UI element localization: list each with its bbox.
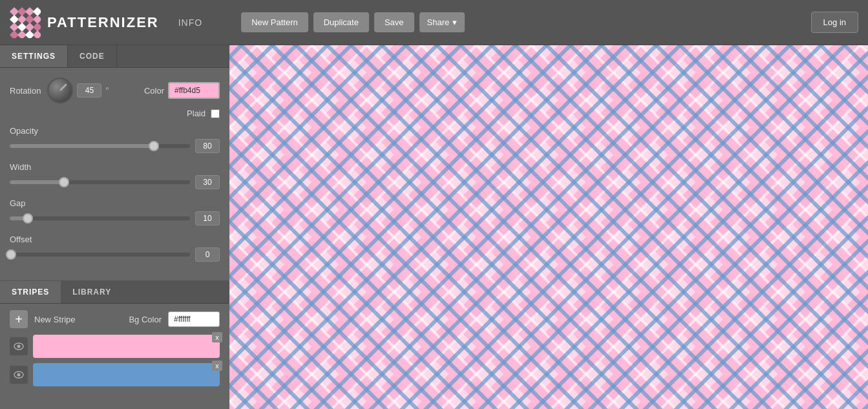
rotation-group: Rotation ° [10,78,109,103]
new-pattern-button[interactable]: New Pattern [241,12,308,32]
tab-library[interactable]: LIBRARY [61,281,123,303]
main-layout: SETTINGS CODE Rotation ° Color [0,45,868,409]
gap-slider-container [10,211,220,225]
stripes-tabs: STRIPES LIBRARY [0,281,229,304]
sidebar: SETTINGS CODE Rotation ° Color [0,45,229,409]
stripes-panel: + New Stripe Bg Color x [0,304,229,398]
bg-color-label: Bg Color [129,315,162,324]
eye-icon [14,342,24,350]
stripe-item-2: x [10,363,220,386]
save-button[interactable]: Save [374,12,414,32]
opacity-slider-row: Opacity [10,126,220,153]
gap-value[interactable] [195,211,220,225]
stripe-2-visibility-button[interactable] [10,366,28,384]
opacity-thumb[interactable] [149,141,159,151]
pattern-preview [229,45,868,409]
gap-label: Gap [10,198,220,208]
width-label: Width [10,162,220,172]
canvas-area [229,45,868,409]
login-button[interactable]: Log in [811,12,858,33]
header: PATTERNIZER INFO New Pattern Duplicate S… [0,0,868,45]
offset-label: Offset [10,235,220,244]
stripe-item-1: x [10,335,220,358]
width-slider-container [10,175,220,189]
logo-text: PATTERNIZER [47,14,159,31]
width-slider-row: Width [10,162,220,189]
opacity-track[interactable] [10,144,190,148]
stripes-section: STRIPES LIBRARY + New Stripe Bg Color [0,280,229,409]
logo-icon [10,7,41,38]
gap-slider-row: Gap [10,198,220,225]
settings-tabs: SETTINGS CODE [0,45,229,68]
rotation-label: Rotation [10,86,41,96]
stripe-1-bar[interactable] [33,335,220,358]
stripe-1-visibility-button[interactable] [10,337,28,355]
offset-thumb[interactable] [6,249,16,260]
stripe-2-delete-button[interactable]: x [212,361,222,371]
new-stripe-label: New Stripe [34,315,76,324]
width-thumb[interactable] [59,177,69,187]
tab-code[interactable]: CODE [68,45,117,67]
add-stripe-row: + New Stripe Bg Color [10,310,220,328]
plaid-checkbox[interactable] [211,109,220,118]
rotation-deg: ° [105,86,109,95]
opacity-fill [10,144,154,148]
add-stripe-button[interactable]: + [10,310,28,328]
opacity-slider-container [10,139,220,153]
bg-color-input[interactable] [168,311,220,327]
offset-track[interactable] [10,253,190,257]
info-button[interactable]: INFO [178,17,202,28]
stripe-2-bar[interactable] [33,363,220,386]
color-input[interactable] [168,82,220,99]
rotation-color-row: Rotation ° Color [10,78,220,103]
rotation-input[interactable] [77,83,101,98]
offset-slider-row: Offset [10,235,220,262]
eye-icon [14,371,24,379]
stripe-1-delete-button[interactable]: x [212,332,222,342]
svg-rect-34 [229,45,868,409]
gap-track[interactable] [10,216,190,220]
svg-point-18 [17,345,21,348]
share-label: Share [427,17,450,27]
width-track[interactable] [10,180,190,184]
offset-value[interactable] [195,247,220,262]
duplicate-button[interactable]: Duplicate [313,12,369,32]
width-fill [10,180,64,184]
svg-point-20 [17,373,21,377]
tab-stripes[interactable]: STRIPES [0,281,61,303]
tab-settings[interactable]: SETTINGS [0,45,68,67]
rotation-knob[interactable] [47,78,73,103]
share-button[interactable]: Share ▾ [419,12,465,32]
opacity-label: Opacity [10,126,220,136]
opacity-value[interactable] [195,139,220,153]
gap-thumb[interactable] [23,213,33,224]
color-label: Color [144,86,164,96]
settings-panel: Rotation ° Color Plaid Opacity [0,68,229,280]
plaid-row: Plaid [10,109,220,118]
offset-slider-container [10,247,220,262]
width-value[interactable] [195,175,220,189]
color-group: Color [144,82,220,99]
header-actions: New Pattern Duplicate Save Share ▾ [241,12,465,32]
plaid-label: Plaid [187,109,206,118]
logo-area: PATTERNIZER INFO [10,7,202,38]
share-arrow: ▾ [452,17,457,27]
